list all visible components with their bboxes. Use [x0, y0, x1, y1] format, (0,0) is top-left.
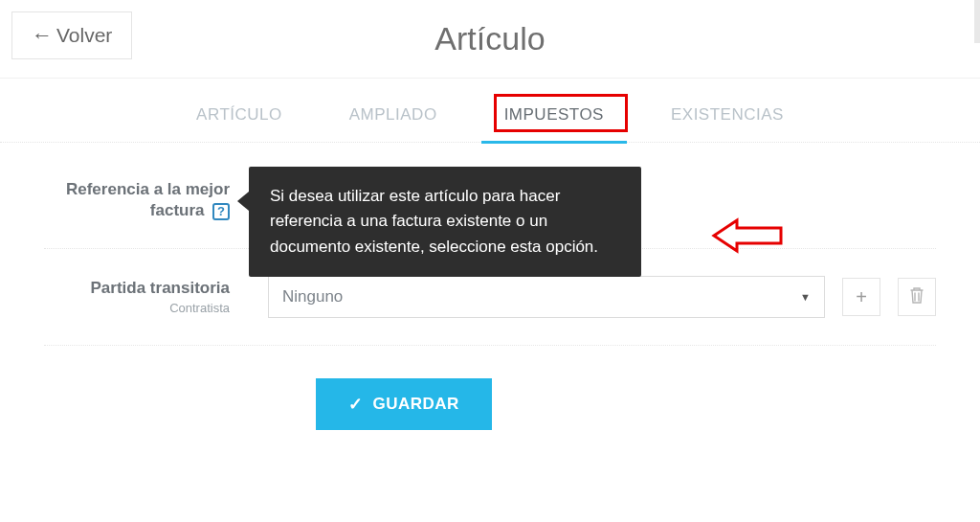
help-icon[interactable]: ?	[212, 203, 230, 220]
back-button[interactable]: ← Volver	[11, 11, 132, 59]
tab-existencias[interactable]: EXISTENCIAS	[661, 100, 793, 130]
tab-articulo[interactable]: ARTÍCULO	[187, 100, 292, 130]
label-partida-sub: Contratista	[44, 301, 230, 315]
tab-ampliado[interactable]: AMPLIADO	[340, 100, 447, 130]
field-partida: Ninguno ▼ +	[239, 276, 936, 318]
trash-icon	[909, 286, 924, 308]
save-button-label: GUARDAR	[373, 395, 459, 414]
tab-impuestos[interactable]: IMPUESTOS	[495, 100, 613, 130]
label-partida: Partida transitoria Contratista	[44, 276, 239, 315]
delete-button[interactable]	[898, 278, 936, 316]
save-button[interactable]: ✓ GUARDAR	[316, 378, 492, 430]
label-reference: Referencia a la mejor factura ?	[44, 177, 239, 221]
plus-icon: +	[856, 286, 867, 308]
add-button[interactable]: +	[842, 278, 880, 316]
page-title: Artículo	[434, 20, 545, 57]
save-row: ✓ GUARDAR	[44, 346, 936, 430]
top-bar: ← Volver Artículo	[0, 0, 980, 79]
back-button-label: Volver	[56, 24, 112, 47]
partida-select-value: Ninguno	[282, 287, 343, 306]
label-reference-text: Referencia a la mejor factura	[66, 180, 230, 219]
tab-bar: ARTÍCULO AMPLIADO IMPUESTOS EXISTENCIAS	[0, 100, 980, 143]
chevron-down-icon: ▼	[800, 291, 811, 303]
help-tooltip: Si desea utilizar este artículo para hac…	[249, 167, 641, 277]
scrollbar-hint	[974, 0, 980, 43]
help-tooltip-text: Si desea utilizar este artículo para hac…	[270, 187, 598, 256]
label-partida-text: Partida transitoria	[44, 278, 230, 299]
partida-select[interactable]: Ninguno ▼	[268, 276, 825, 318]
check-icon: ✓	[348, 394, 364, 415]
arrow-left-icon: ←	[32, 25, 53, 46]
